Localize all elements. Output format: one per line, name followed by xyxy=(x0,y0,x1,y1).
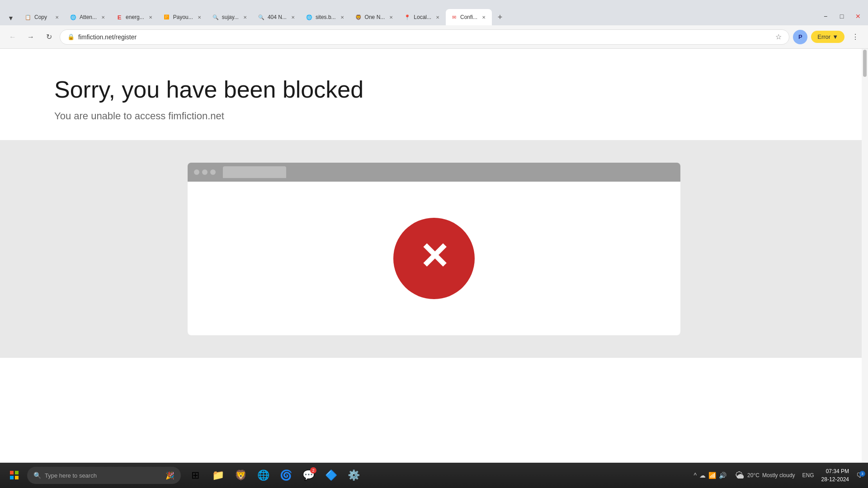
tab-close-sites[interactable]: ✕ xyxy=(339,14,346,21)
tab-close-energ[interactable]: ✕ xyxy=(147,14,154,21)
tab-title-404: 404 N... xyxy=(268,14,287,20)
tab-sites[interactable]: 🌐 sites.b... ✕ xyxy=(301,9,350,25)
scrollbar-thumb[interactable] xyxy=(863,50,867,77)
tab-favicon-sujay: 🔍 xyxy=(212,14,219,21)
tab-one[interactable]: 🦁 One N... ✕ xyxy=(350,9,400,25)
tab-404[interactable]: 🔍 404 N... ✕ xyxy=(253,9,301,25)
taskbar-app-brave[interactable]: 🦁 xyxy=(230,465,251,486)
mockup-dot-3 xyxy=(210,169,216,175)
page-body: Sorry, you have been blocked You are una… xyxy=(0,49,868,463)
bookmark-icon[interactable]: ☆ xyxy=(775,33,782,41)
notification-badge: 3 xyxy=(859,471,865,477)
blocked-subtitle: You are unable to access fimfiction.net xyxy=(54,110,814,122)
tab-close-copy[interactable]: ✕ xyxy=(53,14,61,21)
tab-close-one[interactable]: ✕ xyxy=(387,14,395,21)
error-button[interactable]: Error ▼ xyxy=(811,31,844,43)
windows-icon-red xyxy=(10,471,14,474)
tab-local[interactable]: 📍 Local... ✕ xyxy=(399,9,446,25)
tab-bar: ▼ 📋 Copy ✕ 🌐 Atten... ✕ E energ... ✕ 🅿 P… xyxy=(0,0,868,25)
blocked-header: Sorry, you have been blocked You are una… xyxy=(0,49,868,140)
taskbar-app-settings[interactable]: ⚙️ xyxy=(343,465,364,486)
tab-favicon-404: 🔍 xyxy=(258,14,265,21)
taskbar-app-browser2[interactable]: 🔷 xyxy=(320,465,342,486)
speaker-icon[interactable]: 🔊 xyxy=(719,472,726,479)
tab-dropdown-btn[interactable]: ▼ xyxy=(4,11,18,25)
taskbar: 🔍 Type here to search 🎉 ⊞ 📁 🦁 🌐 🌀 💬 2 xyxy=(0,463,868,488)
mockup-dot-2 xyxy=(202,169,208,175)
weather-widget[interactable]: 🌥 20°C Mostly cloudy xyxy=(732,470,799,481)
taskbar-search[interactable]: 🔍 Type here to search 🎉 xyxy=(27,467,181,484)
mockup-titlebar xyxy=(188,163,680,182)
mockup-dot-1 xyxy=(194,169,199,175)
taskbar-app-chrome[interactable]: 🌐 xyxy=(252,465,274,486)
address-bar: ← → ↻ 🔒 fimfiction.net/register ☆ P Erro… xyxy=(0,25,868,49)
tab-title-confi: Confi... xyxy=(460,14,477,20)
weather-desc: Mostly cloudy xyxy=(762,472,795,479)
tab-title-copy: Copy xyxy=(34,14,51,20)
tab-confi[interactable]: ✉ Confi... ✕ xyxy=(446,9,492,25)
profile-button[interactable]: P xyxy=(793,30,807,44)
network-icon[interactable]: 📶 xyxy=(708,472,716,479)
start-button[interactable] xyxy=(4,465,25,486)
taskbar-app-taskview[interactable]: ⊞ xyxy=(184,465,206,486)
tab-favicon-one: 🦁 xyxy=(355,14,362,21)
weather-temp: 20°C xyxy=(747,472,760,479)
browser-mockup: ✕ xyxy=(188,163,680,335)
search-icon: 🔍 xyxy=(33,472,41,479)
system-tray: ^ ☁ 📶 🔊 xyxy=(690,472,731,479)
tab-close-sujay[interactable]: ✕ xyxy=(241,14,249,21)
tab-title-sujay: sujay... xyxy=(222,14,239,20)
reload-button[interactable]: ↻ xyxy=(42,30,56,44)
fileexplorer-icon: 📁 xyxy=(212,469,224,481)
onedrive-icon[interactable]: ☁ xyxy=(699,472,706,479)
tab-favicon-payou: 🅿 xyxy=(163,14,170,21)
taskbar-app-edge[interactable]: 🌀 xyxy=(275,465,297,486)
new-tab-button[interactable]: + xyxy=(494,11,506,23)
tray-arrow-icon[interactable]: ^ xyxy=(694,472,697,479)
tab-close-confi[interactable]: ✕ xyxy=(480,14,487,21)
close-button[interactable]: ✕ xyxy=(852,10,864,23)
url-bar[interactable]: 🔒 fimfiction.net/register ☆ xyxy=(60,29,789,45)
tab-copy[interactable]: 📋 Copy ✕ xyxy=(20,9,65,25)
brave-icon: 🦁 xyxy=(235,469,247,481)
taskbar-app-fileexplorer[interactable]: 📁 xyxy=(207,465,229,486)
windows-icon-blue xyxy=(10,476,14,479)
scrollbar[interactable] xyxy=(862,49,868,463)
minimize-button[interactable]: − xyxy=(819,10,832,23)
whatsapp-badge: 2 xyxy=(310,467,316,474)
tab-sujay[interactable]: 🔍 sujay... ✕ xyxy=(208,9,253,25)
taskbar-app-whatsapp[interactable]: 💬 2 xyxy=(297,465,319,486)
tab-title-atten: Atten... xyxy=(80,14,97,20)
tab-title-one: One N... xyxy=(365,14,385,20)
tab-energ[interactable]: E energ... ✕ xyxy=(111,9,159,25)
tab-atten[interactable]: 🌐 Atten... ✕ xyxy=(65,9,111,25)
error-circle: ✕ xyxy=(393,218,475,299)
taskbar-clock[interactable]: 07:34 PM 28-12-2024 xyxy=(818,467,853,483)
tab-title-energ: energ... xyxy=(126,14,144,20)
taskview-icon: ⊞ xyxy=(191,469,199,481)
settings-icon: ⚙️ xyxy=(348,469,360,481)
tab-payou[interactable]: 🅿 Payou... ✕ xyxy=(159,9,208,25)
maximize-button[interactable]: □ xyxy=(835,10,848,23)
tab-title-sites: sites.b... xyxy=(316,14,336,20)
tab-close-payou[interactable]: ✕ xyxy=(196,14,203,21)
tab-close-atten[interactable]: ✕ xyxy=(99,14,107,21)
tab-title-local: Local... xyxy=(414,14,431,20)
mockup-content: ✕ xyxy=(188,182,680,335)
windows-icon-green xyxy=(15,471,19,474)
tab-favicon-confi: ✉ xyxy=(450,14,458,21)
taskbar-right: ^ ☁ 📶 🔊 🌥 20°C Mostly cloudy ENG 07:34 P… xyxy=(690,467,865,483)
more-options-button[interactable]: ⋮ xyxy=(848,30,863,44)
cortana-icon: 🎉 xyxy=(165,471,175,480)
tab-favicon-sites: 🌐 xyxy=(306,14,313,21)
browser2-icon: 🔷 xyxy=(325,469,337,481)
notification-center-button[interactable]: 🗨 3 xyxy=(854,472,864,479)
back-button[interactable]: ← xyxy=(5,30,20,44)
error-dropdown-icon: ▼ xyxy=(832,33,838,40)
edge-icon: 🌀 xyxy=(280,469,292,481)
forward-button[interactable]: → xyxy=(24,30,38,44)
clock-time: 07:34 PM xyxy=(821,467,849,475)
tab-close-404[interactable]: ✕ xyxy=(289,14,297,21)
weather-icon: 🌥 xyxy=(736,470,745,481)
tab-close-local[interactable]: ✕ xyxy=(434,14,441,21)
